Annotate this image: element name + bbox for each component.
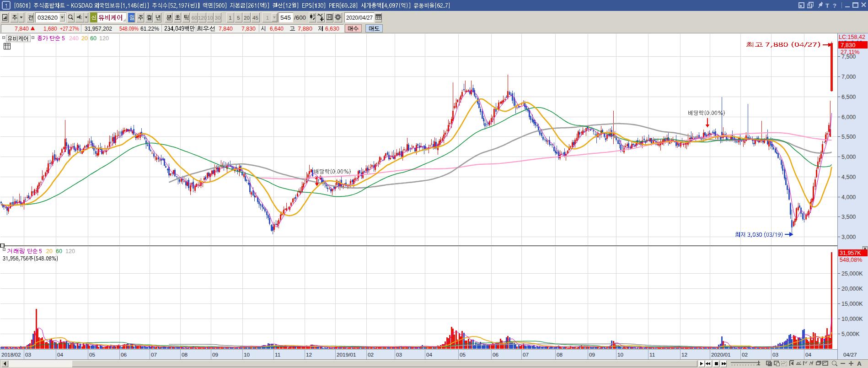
svg-text:20: 20 [81,35,88,42]
svg-text:10,000K: 10,000K [841,316,863,322]
svg-text:5,000K: 5,000K [841,331,860,337]
svg-text:120: 120 [65,248,75,254]
svg-text:04/27: 04/27 [843,352,857,358]
svg-text:06: 06 [121,352,127,358]
svg-text:20,000K: 20,000K [841,286,863,292]
svg-text:03: 03 [772,352,779,358]
svg-text:60: 60 [56,248,62,254]
svg-text:548.09%: 548.09% [119,25,139,32]
svg-text:30: 30 [215,15,221,21]
svg-text:/600: /600 [294,14,306,21]
svg-text:60: 60 [192,15,198,21]
svg-text:4,000: 4,000 [841,194,856,200]
svg-text:25,000K: 25,000K [841,271,863,277]
svg-text:12: 12 [306,352,312,358]
svg-text:7,000: 7,000 [841,74,856,80]
svg-text:15,000K: 15,000K [841,301,863,307]
svg-text:11: 11 [649,352,655,358]
svg-text:2019/01: 2019/01 [337,352,356,358]
svg-text:03: 03 [25,352,32,358]
svg-text:04: 04 [805,352,812,358]
svg-text:240: 240 [69,35,79,42]
svg-text:LC:158,42: LC:158,42 [839,34,865,40]
svg-text:61.22%: 61.22% [140,25,159,32]
svg-text:45: 45 [252,15,258,21]
svg-text:6,640: 6,640 [270,25,284,32]
svg-text:20: 20 [244,15,250,21]
svg-text:6,000: 6,000 [841,114,856,120]
svg-text:05: 05 [460,352,466,358]
svg-text:31,957,202: 31,957,202 [85,25,112,32]
svg-text:07: 07 [523,352,529,358]
svg-text:20: 20 [46,248,53,254]
svg-text:27,11%: 27,11% [841,49,859,55]
svg-text:02: 02 [368,352,374,358]
svg-text:09: 09 [212,352,218,358]
svg-text:7,840: 7,840 [219,25,233,32]
svg-text:?: ? [833,2,836,9]
svg-text:7,830: 7,830 [841,42,856,49]
svg-text:09: 09 [589,352,595,358]
svg-text:10: 10 [207,15,213,21]
svg-text:08: 08 [182,352,188,358]
svg-text:120: 120 [198,15,207,21]
svg-text:07: 07 [151,352,157,358]
svg-text:548,08%: 548,08% [840,257,862,263]
svg-text:6,500: 6,500 [841,94,856,100]
svg-text:04: 04 [57,352,64,358]
svg-text:5,500: 5,500 [841,134,856,140]
svg-text:10: 10 [244,352,250,358]
svg-text:03: 03 [396,352,402,358]
svg-text:1: 1 [229,15,231,21]
svg-text:7,840: 7,840 [15,25,29,32]
svg-text:04: 04 [426,352,433,358]
svg-text:5,000: 5,000 [841,154,856,160]
svg-text:2018/02: 2018/02 [1,352,21,358]
svg-text:02: 02 [742,352,748,358]
svg-text:06: 06 [493,352,499,358]
svg-text:5: 5 [237,15,240,21]
svg-text:6,630: 6,630 [325,25,339,32]
svg-text:11: 11 [275,352,280,358]
svg-text:7,880: 7,880 [298,25,312,32]
svg-text:2020/01: 2020/01 [711,352,731,358]
svg-text:T: T [825,2,829,9]
svg-text:545: 545 [280,14,291,21]
svg-text:032620: 032620 [38,15,58,21]
svg-text:4,500: 4,500 [841,174,856,180]
svg-text:7,830: 7,830 [241,25,256,32]
svg-text:12: 12 [681,352,687,358]
svg-text:2020/04/27: 2020/04/27 [346,14,373,21]
svg-text:3,500: 3,500 [841,214,856,220]
svg-text:60: 60 [90,35,96,42]
svg-text:120: 120 [99,35,109,42]
svg-text:1: 1 [266,15,269,21]
svg-text:08: 08 [557,352,563,358]
svg-text:10: 10 [617,352,624,358]
svg-text:1,680: 1,680 [43,25,57,32]
svg-text:A: A [857,360,862,367]
svg-text:+27.27%: +27.27% [60,25,79,32]
svg-text:05: 05 [89,352,96,358]
svg-text:31,957K: 31,957K [840,250,861,256]
svg-text:3,000: 3,000 [841,234,856,240]
